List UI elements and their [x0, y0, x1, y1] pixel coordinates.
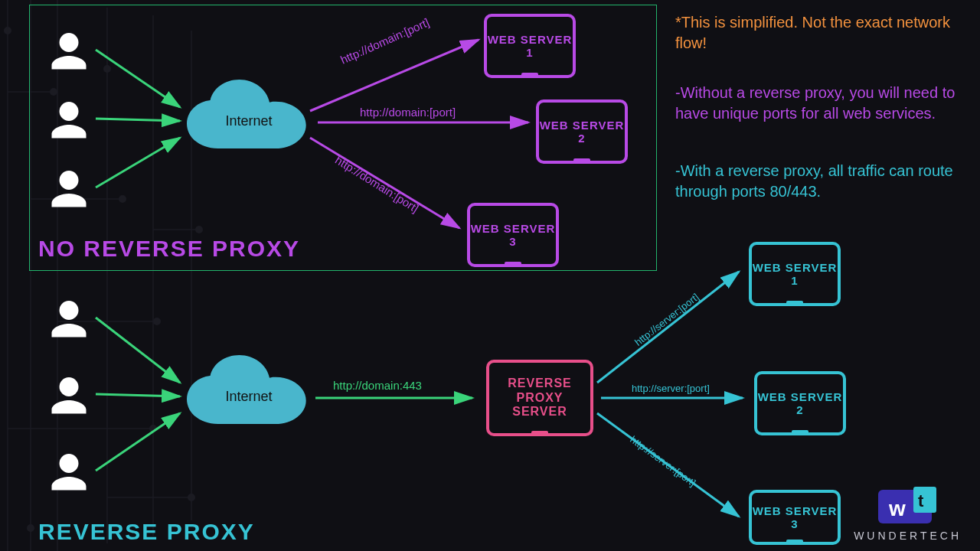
title-no-reverse-proxy: NO REVERSE PROXY [38, 236, 300, 262]
svg-line-10 [96, 119, 180, 121]
web-server-box: WEB SERVER 3 [749, 490, 841, 545]
svg-line-19 [597, 272, 739, 383]
arrow-label: http://domain:443 [333, 379, 422, 392]
note-disclaimer: *This is simplified. Not the exact netwo… [675, 12, 966, 54]
svg-point-6 [4, 27, 11, 34]
user-icon [46, 450, 92, 496]
note-with-proxy: -With a reverse proxy, all traffic can r… [675, 161, 966, 202]
web-server-box: WEB SERVER 2 [754, 371, 846, 435]
web-server-box: WEB SERVER 1 [749, 242, 841, 306]
svg-text:t: t [918, 491, 926, 510]
brand-text: WUNDERTECH [854, 530, 962, 542]
user-icon [46, 29, 92, 75]
server-label: WEB SERVER 3 [470, 222, 556, 249]
cloud-icon: Internet [180, 350, 318, 442]
user-icon [46, 98, 92, 144]
server-label: WEB SERVER 1 [487, 33, 573, 60]
arrow-label: http://server:[port] [632, 383, 710, 394]
svg-line-9 [96, 50, 180, 107]
svg-line-15 [96, 318, 180, 383]
svg-line-17 [96, 413, 180, 471]
proxy-label: REVERSE PROXY SERVER [489, 377, 590, 419]
cloud-label: Internet [180, 113, 318, 129]
server-label: WEB SERVER 2 [539, 119, 625, 145]
brand-logo: w t WUNDERTECH [854, 485, 962, 542]
note-without-proxy: -Without a reverse proxy, you will need … [675, 83, 966, 124]
web-server-box: WEB SERVER 1 [484, 14, 576, 78]
title-reverse-proxy: REVERSE PROXY [38, 519, 255, 545]
cloud-label: Internet [180, 389, 318, 405]
diagram-stage: NO REVERSE PROXY Internet http://domain:… [0, 0, 980, 551]
user-icon [46, 167, 92, 213]
svg-line-12 [310, 40, 479, 111]
reverse-proxy-box: REVERSE PROXY SERVER [486, 360, 593, 436]
svg-line-11 [96, 138, 180, 187]
web-server-box: WEB SERVER 2 [536, 99, 628, 164]
svg-line-16 [96, 394, 180, 396]
svg-point-7 [27, 524, 34, 532]
web-server-box: WEB SERVER 3 [467, 203, 559, 267]
arrow-label: http://domain:[port] [360, 106, 456, 119]
server-label: WEB SERVER 3 [752, 504, 838, 531]
user-icon [46, 373, 92, 419]
user-icon [46, 297, 92, 343]
svg-text:w: w [888, 497, 909, 520]
server-label: WEB SERVER 1 [752, 261, 838, 288]
server-label: WEB SERVER 2 [757, 390, 843, 417]
cloud-icon: Internet [180, 75, 318, 167]
